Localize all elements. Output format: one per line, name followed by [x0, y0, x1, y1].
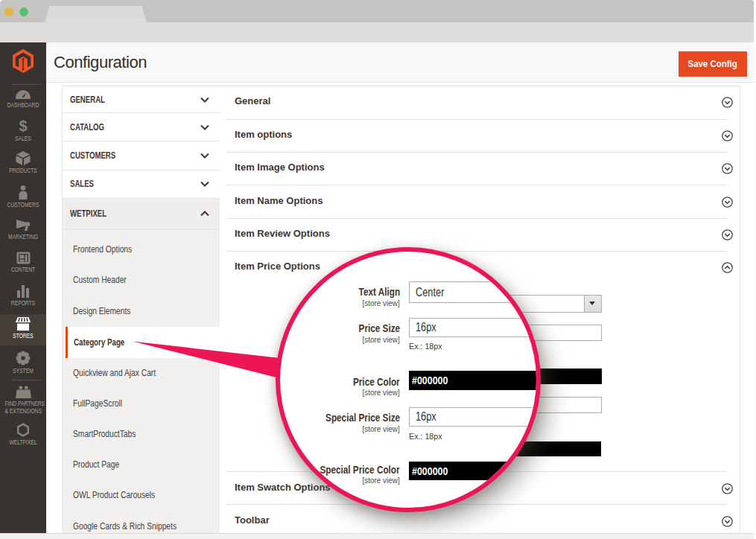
svg-text:$: $: [19, 118, 27, 133]
